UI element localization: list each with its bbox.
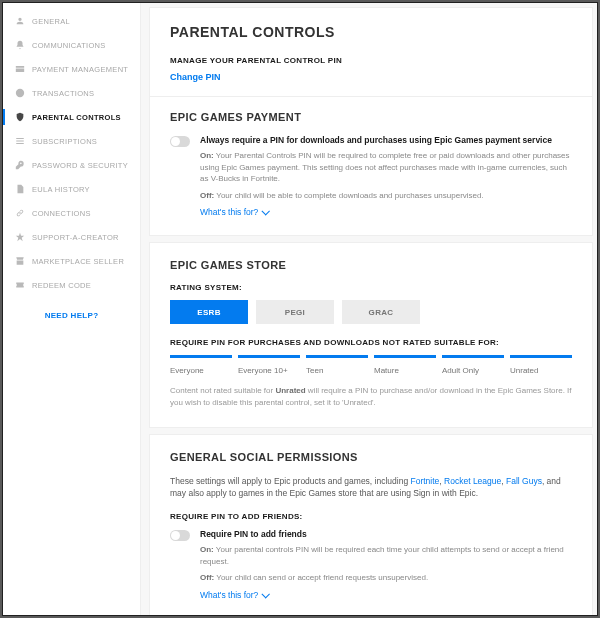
age-everyone10[interactable]: Everyone 10+ [238, 355, 300, 375]
sidebar-item-label: MARKETPLACE SELLER [32, 257, 124, 266]
need-help-link[interactable]: NEED HELP? [3, 297, 140, 334]
rating-btn-esrb[interactable]: ESRB [170, 300, 248, 324]
payment-on-desc: On: Your Parental Controls PIN will be r… [200, 150, 572, 185]
rating-system-label: RATING SYSTEM: [170, 283, 572, 292]
sidebar-item-label: GENERAL [32, 17, 70, 26]
sidebar-item-label: COMMUNICATIONS [32, 41, 106, 50]
sidebar-item-parental[interactable]: PARENTAL CONTROLS [3, 105, 140, 129]
friends-toggle-title: Require PIN to add friends [200, 529, 572, 539]
friends-toggle-row: Require PIN to add friends On: Your pare… [170, 529, 572, 600]
payment-toggle-row: Always require a PIN for downloads and p… [170, 135, 572, 217]
sidebar-item-label: PAYMENT MANAGEMENT [32, 65, 128, 74]
list-icon [15, 136, 25, 146]
document-icon [15, 184, 25, 194]
sidebar-item-redeem[interactable]: REDEEM CODE [3, 273, 140, 297]
sidebar-item-label: TRANSACTIONS [32, 89, 94, 98]
payment-whats-this[interactable]: What's this for? [200, 207, 268, 217]
social-req-label: REQUIRE PIN TO ADD FRIENDS: [170, 512, 572, 521]
card-icon [15, 64, 25, 74]
manage-pin-label: MANAGE YOUR PARENTAL CONTROL PIN [170, 56, 572, 65]
rating-btn-grac[interactable]: GRAC [342, 300, 420, 324]
sidebar-item-creator[interactable]: SUPPORT-A-CREATOR [3, 225, 140, 249]
store-heading: EPIC GAMES STORE [170, 259, 572, 271]
sidebar-item-subscriptions[interactable]: SUBSCRIPTIONS [3, 129, 140, 153]
sidebar-item-payment[interactable]: PAYMENT MANAGEMENT [3, 57, 140, 81]
app-frame: GENERAL COMMUNICATIONS PAYMENT MANAGEMEN… [2, 2, 598, 616]
friends-whats-this[interactable]: What's this for? [200, 590, 268, 600]
social-intro: These settings will apply to Epic produc… [170, 475, 572, 501]
fortnite-link[interactable]: Fortnite [411, 476, 440, 486]
sidebar-item-label: EULA HISTORY [32, 185, 90, 194]
sidebar-item-general[interactable]: GENERAL [3, 9, 140, 33]
sidebar-item-label: SUBSCRIPTIONS [32, 137, 97, 146]
store-icon [15, 256, 25, 266]
rocket-league-link[interactable]: Rocket League [444, 476, 501, 486]
main-content: PARENTAL CONTROLS MANAGE YOUR PARENTAL C… [141, 3, 597, 615]
chevron-down-icon [262, 590, 270, 598]
divider [150, 96, 592, 97]
fall-guys-link[interactable]: Fall Guys [506, 476, 542, 486]
age-teen[interactable]: Teen [306, 355, 368, 375]
age-slider: Everyone Everyone 10+ Teen Mature Adult … [170, 355, 572, 375]
payment-heading: EPIC GAMES PAYMENT [170, 111, 572, 123]
sidebar-item-connections[interactable]: CONNECTIONS [3, 201, 140, 225]
social-heading: GENERAL SOCIAL PERMISSIONS [170, 451, 572, 463]
sidebar-item-password[interactable]: PASSWORD & SECURITY [3, 153, 140, 177]
history-icon [15, 88, 25, 98]
sidebar-item-label: SUPPORT-A-CREATOR [32, 233, 119, 242]
key-icon [15, 160, 25, 170]
page-title: PARENTAL CONTROLS [170, 24, 572, 40]
rating-btn-pegi[interactable]: PEGI [256, 300, 334, 324]
payment-pin-toggle[interactable] [170, 136, 190, 147]
age-adult[interactable]: Adult Only [442, 355, 504, 375]
shield-icon [15, 112, 25, 122]
sidebar: GENERAL COMMUNICATIONS PAYMENT MANAGEMEN… [3, 3, 141, 615]
star-icon [15, 232, 25, 242]
payment-off-desc: Off: Your child will be able to complete… [200, 190, 572, 202]
age-unrated[interactable]: Unrated [510, 355, 572, 375]
store-card: EPIC GAMES STORE RATING SYSTEM: ESRB PEG… [149, 242, 593, 427]
sidebar-item-label: CONNECTIONS [32, 209, 91, 218]
sidebar-item-label: PASSWORD & SECURITY [32, 161, 128, 170]
friends-on-desc: On: Your parental controls PIN will be r… [200, 544, 572, 567]
sidebar-item-transactions[interactable]: TRANSACTIONS [3, 81, 140, 105]
rating-buttons: ESRB PEGI GRAC [170, 300, 572, 324]
store-note: Content not rated suitable for Unrated w… [170, 385, 572, 408]
age-mature[interactable]: Mature [374, 355, 436, 375]
ticket-icon [15, 280, 25, 290]
sidebar-item-communications[interactable]: COMMUNICATIONS [3, 33, 140, 57]
bell-icon [15, 40, 25, 50]
chevron-down-icon [262, 207, 270, 215]
friends-pin-toggle[interactable] [170, 530, 190, 541]
require-pin-label: REQUIRE PIN FOR PURCHASES AND DOWNLOADS … [170, 338, 572, 347]
sidebar-item-marketplace[interactable]: MARKETPLACE SELLER [3, 249, 140, 273]
sidebar-item-label: REDEEM CODE [32, 281, 91, 290]
person-icon [15, 16, 25, 26]
age-everyone[interactable]: Everyone [170, 355, 232, 375]
payment-toggle-body: Always require a PIN for downloads and p… [200, 135, 572, 217]
sidebar-item-label: PARENTAL CONTROLS [32, 113, 121, 122]
payment-toggle-title: Always require a PIN for downloads and p… [200, 135, 572, 145]
link-icon [15, 208, 25, 218]
sidebar-item-eula[interactable]: EULA HISTORY [3, 177, 140, 201]
change-pin-link[interactable]: Change PIN [170, 72, 221, 82]
friends-off-desc: Off: Your child can send or accept frien… [200, 572, 572, 584]
header-card: PARENTAL CONTROLS MANAGE YOUR PARENTAL C… [149, 7, 593, 236]
friends-toggle-body: Require PIN to add friends On: Your pare… [200, 529, 572, 600]
social-card: GENERAL SOCIAL PERMISSIONS These setting… [149, 434, 593, 615]
